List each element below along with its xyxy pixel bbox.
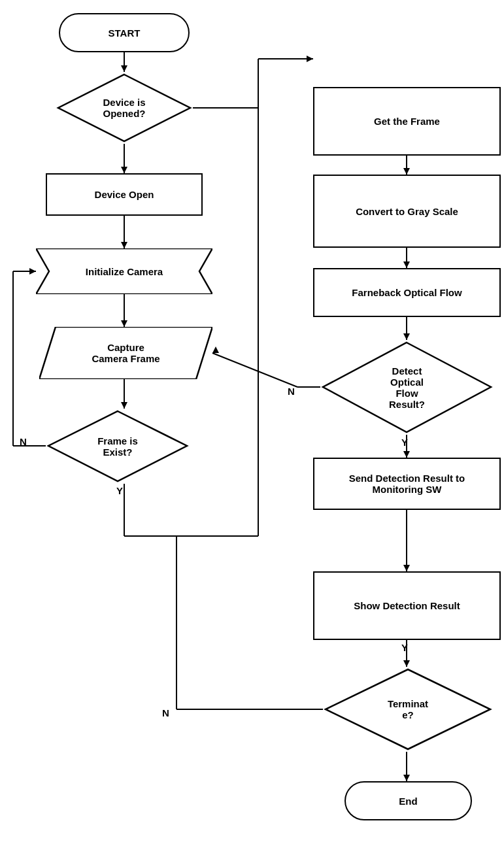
frame-exist-label: Frame isExist? (97, 435, 138, 458)
device-opened-label: Device isOpened? (103, 97, 145, 119)
farneback-label: Farneback Optical Flow (352, 287, 462, 298)
show-detection-label: Show Detection Result (354, 600, 460, 611)
svg-marker-39 (403, 660, 410, 667)
capture-frame-label: CaptureCamera Frame (39, 327, 212, 379)
svg-marker-7 (121, 65, 127, 72)
y-label-2: Y (401, 437, 408, 448)
y-label-3: Y (401, 642, 408, 653)
farneback-shape: Farneback Optical Flow (313, 268, 501, 317)
svg-marker-35 (403, 451, 410, 458)
flowchart: START Device isOpened? Device Open Initi… (0, 0, 504, 842)
svg-marker-13 (121, 320, 127, 327)
svg-marker-26 (403, 168, 410, 175)
get-frame-label: Get the Frame (374, 116, 440, 127)
n-label-1: N (20, 436, 27, 447)
svg-marker-15 (121, 402, 127, 409)
end-shape: End (344, 781, 472, 820)
device-open-label: Device Open (95, 189, 154, 200)
init-camera-shape: Initialize Camera (36, 248, 212, 294)
terminate-label: Terminate? (388, 698, 428, 720)
detect-optical-label: DetectOpticalFlowResult? (389, 365, 425, 410)
svg-marker-30 (403, 333, 410, 340)
svg-marker-33 (212, 346, 219, 353)
svg-marker-11 (121, 242, 127, 248)
device-opened-diamond: Device isOpened? (56, 72, 193, 144)
svg-marker-19 (29, 268, 36, 275)
start-label: START (109, 27, 141, 39)
end-label: End (399, 796, 417, 807)
start-shape: START (59, 13, 190, 52)
svg-marker-28 (403, 261, 410, 268)
svg-marker-9 (121, 167, 127, 173)
send-detection-label: Send Detection Result to Monitoring SW (349, 473, 465, 495)
svg-marker-24 (307, 56, 313, 62)
n-label-3: N (162, 707, 169, 718)
svg-marker-41 (403, 775, 410, 781)
svg-line-32 (212, 353, 297, 387)
detect-optical-diamond: DetectOpticalFlowResult? (320, 340, 494, 435)
init-camera-label: Initialize Camera (36, 248, 212, 294)
show-detection-shape: Show Detection Result (313, 571, 501, 640)
y-label-1: Y (116, 485, 123, 496)
gray-scale-label: Convert to Gray Scale (356, 206, 458, 217)
terminate-diamond: Terminate? (323, 667, 493, 752)
frame-exist-diamond: Frame isExist? (46, 409, 190, 484)
n-label-2: N (288, 386, 295, 397)
send-detection-shape: Send Detection Result to Monitoring SW (313, 458, 501, 510)
device-open-shape: Device Open (46, 173, 203, 216)
get-frame-shape: Get the Frame (313, 87, 501, 156)
gray-scale-shape: Convert to Gray Scale (313, 175, 501, 248)
capture-frame-shape: CaptureCamera Frame (39, 327, 212, 379)
svg-marker-37 (403, 565, 410, 571)
